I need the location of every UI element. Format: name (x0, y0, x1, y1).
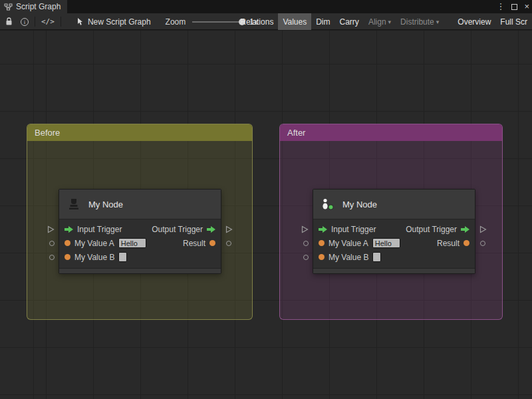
node-header[interactable]: My Node (59, 190, 221, 219)
zoom-label: Zoom (166, 17, 186, 27)
port-label: Input Trigger (77, 225, 122, 234)
node-title: My Node (342, 200, 377, 209)
port-label: My Value B (74, 253, 114, 262)
relations-button[interactable]: Relations (235, 13, 278, 30)
overview-button[interactable]: Overview (453, 13, 495, 30)
maximize-icon[interactable] (511, 4, 517, 10)
output-trigger-port[interactable]: Output Trigger (152, 225, 215, 234)
port-row: Input Trigger Output Trigger (59, 222, 221, 236)
port-label: Output Trigger (406, 225, 457, 234)
value-a-port[interactable]: My Value A (65, 238, 146, 248)
value-b-port[interactable]: My Value B (65, 252, 127, 262)
group-title: Before (35, 128, 60, 138)
input-trigger-port[interactable]: Input Trigger (65, 225, 122, 234)
group-header[interactable]: After (280, 124, 502, 141)
value-port-icon (65, 240, 70, 246)
carry-button[interactable]: Carry (335, 13, 364, 30)
port-label: Input Trigger (331, 225, 376, 234)
ext-trigger-out-port[interactable] (225, 225, 233, 233)
ext-value-b-port[interactable] (303, 255, 309, 260)
node-body: Input Trigger Output Trigger My Value A … (59, 219, 221, 268)
graph-canvas[interactable]: Before After My Node Input Trigger (0, 30, 532, 399)
value-b-field[interactable] (372, 252, 381, 262)
value-port-icon (319, 254, 325, 260)
input-trigger-port[interactable]: Input Trigger (319, 225, 376, 234)
toolbar-right: Relations Values Dim Carry Align ▾ Distr… (235, 13, 532, 30)
chevron-down-icon: ▾ (388, 19, 392, 25)
script-graph-icon (320, 196, 336, 212)
node-body: Input Trigger Output Trigger My Value A … (313, 219, 475, 268)
flow-arrow-icon (461, 226, 469, 233)
graph-name-label[interactable]: New Script Graph (88, 17, 151, 27)
value-b-port[interactable]: My Value B (319, 252, 381, 262)
pointer-icon (76, 17, 84, 26)
node-title: My Node (88, 200, 123, 209)
value-port-icon (319, 240, 325, 246)
ext-value-a-port[interactable] (49, 241, 55, 246)
flow-arrow-icon (207, 226, 215, 233)
fullscreen-button[interactable]: Full Scr (495, 13, 532, 30)
node-footer (313, 268, 475, 273)
window-controls: ⋮ × (496, 0, 529, 13)
dim-button[interactable]: Dim (311, 13, 334, 30)
node-header[interactable]: My Node (313, 190, 475, 219)
toolbar-left: i </> New Script Graph Zoom 1x (0, 13, 258, 30)
ext-trigger-in-port[interactable] (47, 225, 55, 233)
value-a-field[interactable] (372, 238, 400, 248)
port-label: My Value A (74, 239, 114, 248)
port-row: My Value A Result (313, 236, 475, 250)
output-trigger-port[interactable]: Output Trigger (406, 225, 469, 234)
port-row: My Value B (59, 250, 221, 264)
values-button[interactable]: Values (278, 13, 311, 30)
toolbar-separator (61, 17, 61, 27)
ext-trigger-in-port[interactable] (301, 225, 309, 233)
port-row: Input Trigger Output Trigger (313, 222, 475, 236)
ext-value-b-port[interactable] (49, 255, 55, 260)
toolbar-separator (35, 17, 35, 27)
stamp-icon (66, 196, 82, 212)
chevron-down-icon: ▾ (436, 19, 440, 25)
port-row: My Value B (313, 250, 475, 264)
ext-result-port[interactable] (226, 241, 231, 246)
value-a-field[interactable] (118, 238, 146, 248)
distribute-label: Distribute (400, 17, 434, 27)
group-header[interactable]: Before (27, 124, 252, 141)
value-b-field[interactable] (118, 252, 127, 262)
node-my-node-before[interactable]: My Node Input Trigger Output Trigger (59, 189, 221, 274)
result-port[interactable]: Result (183, 239, 215, 248)
group-title: After (287, 128, 305, 138)
port-label: My Value A (329, 239, 368, 248)
code-icon[interactable]: </> (41, 17, 55, 26)
ext-value-a-port[interactable] (303, 241, 309, 246)
tab-title: Script Graph (16, 2, 61, 11)
tab-strip: Script Graph ⋮ × (0, 0, 532, 13)
graph-toolbar: i </> New Script Graph Zoom 1x Relations… (0, 13, 532, 30)
port-label: Result (437, 239, 460, 248)
ext-trigger-out-port[interactable] (479, 225, 487, 233)
port-label: My Value B (329, 253, 368, 262)
close-icon[interactable]: × (524, 0, 529, 13)
value-port-icon (65, 254, 70, 260)
value-a-port[interactable]: My Value A (319, 238, 400, 248)
ext-result-port[interactable] (480, 241, 485, 246)
unity-window: Script Graph ⋮ × i </> New Script Graph … (0, 0, 532, 399)
value-port-icon (464, 240, 469, 246)
align-dropdown[interactable]: Align ▾ (364, 13, 396, 30)
flow-arrow-icon (319, 226, 327, 233)
lock-icon[interactable] (5, 17, 13, 26)
info-icon[interactable]: i (21, 18, 29, 26)
result-port[interactable]: Result (437, 239, 469, 248)
port-label: Result (183, 239, 205, 248)
menu-icon[interactable]: ⋮ (496, 0, 505, 13)
node-my-node-after[interactable]: My Node Input Trigger Output Trigger (313, 189, 475, 274)
port-label: Output Trigger (152, 225, 203, 234)
distribute-dropdown[interactable]: Distribute ▾ (396, 13, 444, 30)
graph-icon (4, 3, 13, 11)
tab-script-graph[interactable]: Script Graph (0, 0, 67, 13)
port-row: My Value A Result (59, 236, 221, 250)
align-label: Align (368, 17, 386, 27)
flow-arrow-icon (65, 226, 73, 233)
value-port-icon (209, 240, 215, 246)
node-footer (59, 268, 221, 273)
